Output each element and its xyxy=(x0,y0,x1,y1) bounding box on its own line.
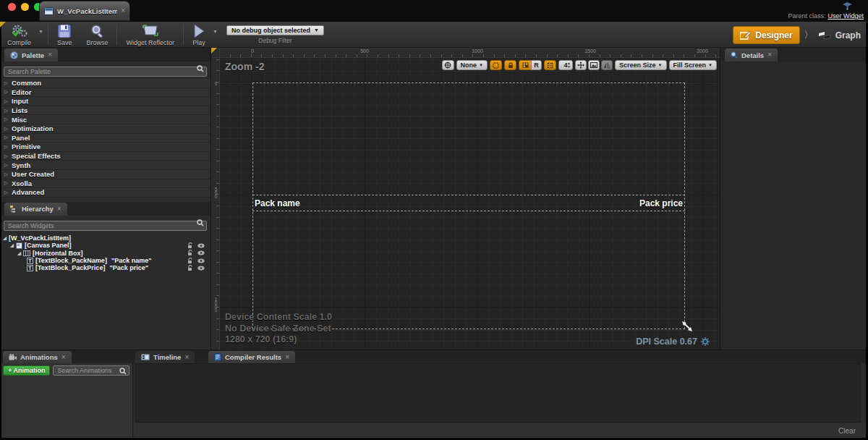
tree-row-textblock-packname[interactable]: [TextBlock_PackName] "Pack name" xyxy=(0,257,210,264)
translate-mode-button[interactable] xyxy=(575,60,587,70)
palette-category[interactable]: ▷Special Effects xyxy=(0,152,210,161)
compiler-log-area[interactable] xyxy=(135,363,861,423)
anchor-preset-dropdown[interactable]: None▼ xyxy=(456,60,488,70)
lock-icon[interactable] xyxy=(187,250,193,256)
palette-category[interactable]: ▷Common xyxy=(0,79,210,88)
close-tab-icon[interactable]: × xyxy=(285,354,289,361)
animations-search-input[interactable] xyxy=(53,365,129,376)
parent-class-link[interactable]: User Widget xyxy=(827,12,864,20)
designer-mode-button[interactable]: Designer xyxy=(733,26,799,44)
palette-category[interactable]: ▷Lists xyxy=(0,106,210,116)
close-tab-icon[interactable]: × xyxy=(57,206,61,213)
localization-preview-button[interactable] xyxy=(519,60,531,70)
lock-icon[interactable] xyxy=(187,242,193,249)
close-tab-icon[interactable]: × xyxy=(767,51,772,59)
lock-icon[interactable] xyxy=(187,258,193,264)
expander-icon[interactable]: ▷ xyxy=(4,80,8,86)
lock-icon[interactable] xyxy=(187,265,193,271)
expander-icon[interactable]: ▷ xyxy=(4,117,8,122)
stepper-arrows-icon[interactable]: ▲▼ xyxy=(567,62,571,69)
hierarchy-search-input[interactable] xyxy=(4,221,207,231)
palette-category[interactable]: ▷Advanced xyxy=(0,188,210,198)
resize-handle-icon[interactable] xyxy=(681,321,693,332)
compiler-results-tab[interactable]: Compiler Results × xyxy=(208,351,295,363)
expander-icon[interactable]: ▷ xyxy=(4,162,8,168)
palette-category[interactable]: ▷Synth xyxy=(0,161,210,170)
expander-icon[interactable]: ▷ xyxy=(4,190,8,195)
expander-icon[interactable]: ▷ xyxy=(4,135,8,140)
close-tab-icon[interactable]: × xyxy=(184,354,189,361)
palette-category[interactable]: ▷Editor xyxy=(0,88,210,98)
animations-tab[interactable]: Animations × xyxy=(3,351,72,363)
expander-icon[interactable]: ◢ xyxy=(3,235,7,241)
screen-size-dropdown[interactable]: Screen Size▼ xyxy=(615,60,666,70)
macos-close-button[interactable] xyxy=(8,3,16,11)
category-label: Optimization xyxy=(12,124,54,132)
document-tab[interactable]: W_VcPackListItem × xyxy=(40,1,129,20)
preview-background-button[interactable] xyxy=(588,60,600,70)
expander-icon[interactable]: ▷ xyxy=(4,153,8,159)
grid-snap-size-stepper[interactable]: 4 ▲▼ xyxy=(558,60,573,70)
tree-row-canvas-panel[interactable]: ◢ [Canvas Panel] xyxy=(0,242,210,249)
expander-icon[interactable]: ◢ xyxy=(17,250,21,256)
tree-row-horizontal-box[interactable]: ◢ [Horizontal Box] xyxy=(0,250,210,257)
expander-icon[interactable]: ▷ xyxy=(4,108,8,114)
tree-row-textblock-packprice[interactable]: [TextBlock_PackPrice] "Pack price" xyxy=(0,264,210,271)
fill-screen-dropdown[interactable]: Fill Screen▼ xyxy=(669,60,717,70)
visibility-eye-icon[interactable] xyxy=(197,243,205,248)
pack-price-textblock[interactable]: Pack price xyxy=(639,198,683,208)
clear-log-button[interactable]: Clear xyxy=(838,427,856,435)
save-button[interactable]: Save xyxy=(50,22,80,47)
tree-row-root[interactable]: ◢ [W_VcPackListItem] xyxy=(0,234,210,242)
close-tab-icon[interactable]: × xyxy=(61,354,66,361)
anchor-visualization-button[interactable] xyxy=(442,60,454,70)
hierarchy-tab[interactable]: Hierarchy × xyxy=(4,203,67,216)
close-tab-icon[interactable]: × xyxy=(48,51,52,59)
timeline-tab[interactable]: Timeline × xyxy=(135,351,195,363)
flip-preview-button[interactable] xyxy=(601,60,613,70)
canvas-grid-area[interactable]: Zoom -2 None▼ xyxy=(220,58,720,350)
localization-region-button[interactable]: R xyxy=(531,60,542,70)
widget-reflector-label: Widget Reflector xyxy=(126,39,174,46)
dpi-settings-gear-icon[interactable] xyxy=(701,337,710,346)
visibility-eye-icon[interactable] xyxy=(197,266,205,271)
palette-tab[interactable]: Palette × xyxy=(4,48,58,62)
document-tab-label: W_VcPackListItem xyxy=(57,7,117,15)
palette-category[interactable]: ▷Misc xyxy=(0,115,210,124)
close-tab-icon[interactable]: × xyxy=(121,7,125,14)
lock-widgets-button[interactable] xyxy=(504,60,516,70)
palette-category[interactable]: ▷Primitive xyxy=(0,143,210,152)
tree-row-label: [Canvas Panel] xyxy=(25,242,72,249)
pack-name-textblock[interactable]: Pack name xyxy=(255,198,300,208)
visibility-eye-icon[interactable] xyxy=(197,250,205,255)
palette-category[interactable]: ▷Panel xyxy=(0,134,210,143)
outline-toggle-button[interactable] xyxy=(490,60,502,70)
debug-object-dropdown[interactable]: No debug object selected ▼ xyxy=(226,25,324,35)
compile-dropdown-caret-icon[interactable]: ▼ xyxy=(38,29,43,34)
dropdown-caret-icon: ▼ xyxy=(708,63,712,67)
widget-reflector-button[interactable]: Widget Reflector xyxy=(119,22,182,47)
horizontal-box-outline[interactable]: Pack name Pack price xyxy=(252,195,685,211)
expander-icon[interactable]: ▷ xyxy=(4,172,8,177)
palette-search-input[interactable] xyxy=(4,67,207,77)
expander-icon[interactable]: ▷ xyxy=(4,126,8,132)
palette-category[interactable]: ▷Optimization xyxy=(0,124,210,134)
palette-category[interactable]: ▷User Created xyxy=(0,170,210,179)
expander-icon[interactable]: ▷ xyxy=(4,98,8,104)
details-tab[interactable]: Details × xyxy=(725,48,778,62)
expander-icon[interactable]: ▷ xyxy=(4,144,8,150)
hierarchy-panel-header: Hierarchy × xyxy=(0,202,210,216)
add-animation-button[interactable]: + Animation xyxy=(3,365,50,376)
play-button[interactable]: Play xyxy=(185,22,213,47)
expander-icon[interactable]: ▷ xyxy=(4,180,8,186)
browse-button[interactable]: Browse xyxy=(79,22,115,47)
expander-icon[interactable]: ◢ xyxy=(10,242,14,248)
expander-icon[interactable]: ▷ xyxy=(4,89,8,95)
grid-snap-toggle-button[interactable] xyxy=(544,60,556,70)
palette-category[interactable]: ▷Input xyxy=(0,97,210,106)
play-dropdown-caret-icon[interactable]: ▼ xyxy=(213,29,218,34)
palette-category[interactable]: ▷Xsolla xyxy=(0,179,210,189)
macos-minimize-button[interactable] xyxy=(21,3,29,11)
visibility-eye-icon[interactable] xyxy=(197,258,205,263)
graph-mode-button[interactable]: Graph xyxy=(817,30,861,41)
